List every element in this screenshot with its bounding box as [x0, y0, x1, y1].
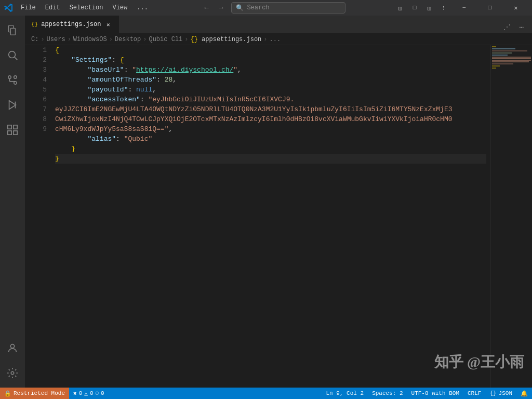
svg-marker-9 [9, 101, 16, 110]
code-line-2: "Settings": { [55, 55, 486, 65]
code-line-6: "accessToken": "eyJhbGciOiJIUzUxMiIsInR5… [55, 95, 486, 134]
code-line-9: } [55, 154, 486, 164]
breadcrumb-windowsos[interactable]: WindowsOS [73, 36, 107, 43]
menu-edit[interactable]: Edit [41, 3, 64, 12]
svg-point-4 [8, 76, 11, 79]
restricted-mode-badge[interactable]: 🔒 Restricted Mode [0, 388, 69, 399]
svg-rect-13 [8, 131, 11, 135]
restricted-mode-label: Restricted Mode [14, 390, 65, 396]
nav-forward-button[interactable]: → [215, 2, 227, 14]
close-button[interactable]: ✕ [504, 0, 528, 16]
tab-bar: {} appsettings.json ✕ ⋰ ⋯ [25, 16, 532, 34]
encoding-item[interactable]: UTF-8 with BOM [407, 388, 463, 399]
tab-label: appsettings.json [41, 21, 101, 28]
menu-more[interactable]: ... [132, 3, 152, 12]
minimize-button[interactable]: − [452, 0, 476, 16]
svg-rect-11 [8, 125, 11, 129]
remote-icon: 🔒 [4, 390, 11, 397]
line-ending-item[interactable]: CRLF [463, 388, 485, 399]
minimap [490, 45, 532, 388]
code-editor[interactable]: 1 2 3 4 5 6 7 8 9 { [25, 45, 532, 388]
activity-icon-search[interactable] [0, 43, 25, 68]
info-icon: ☺ [96, 390, 99, 396]
error-count: 0 [79, 390, 83, 396]
activity-icon-run[interactable] [0, 92, 25, 117]
svg-point-15 [10, 344, 14, 348]
menu-view[interactable]: View [108, 3, 131, 12]
activity-icon-explorer[interactable] [0, 18, 25, 43]
activity-bar-bottom [0, 336, 25, 385]
code-line-1: { [55, 45, 486, 55]
svg-point-2 [9, 51, 16, 58]
title-bar-right: ◫ □ ◫ ⁝ − □ ✕ [394, 0, 528, 16]
menu-selection[interactable]: Selection [65, 3, 108, 12]
split-editor-button[interactable]: ⋰ [501, 21, 513, 33]
nav-back-button[interactable]: ← [200, 2, 212, 14]
bell-icon: 🔔 [521, 390, 528, 397]
position-item[interactable]: Ln 9, Col 2 [322, 388, 368, 399]
line-numbers: 1 2 3 4 5 6 7 8 9 [25, 45, 51, 388]
layout-icon-1[interactable]: ◫ [394, 2, 406, 14]
breadcrumb-more[interactable]: ... [270, 36, 281, 43]
search-icon: 🔍 [236, 4, 244, 12]
status-right: Ln 9, Col 2 Spaces: 2 UTF-8 with BOM CRL… [322, 388, 532, 399]
tab-icon: {} [31, 21, 38, 28]
error-icon: ✖ [73, 390, 77, 397]
tab-actions: ⋰ ⋯ [501, 21, 532, 33]
code-content[interactable]: { "Settings": { "baseUrl": "https://ai.d… [51, 45, 490, 388]
activity-icon-settings[interactable] [0, 361, 25, 385]
tab-close-button[interactable]: ✕ [104, 20, 112, 29]
position-label: Ln 9, Col 2 [326, 390, 364, 396]
layout-icon-2[interactable]: □ [408, 2, 421, 14]
info-count: 0 [101, 390, 104, 396]
title-bar-center: ← → 🔍 Search [200, 2, 345, 14]
errors-warnings-item[interactable]: ✖ 0 △ 0 ☺ 0 [69, 388, 109, 399]
spaces-item[interactable]: Spaces: 2 [368, 388, 407, 399]
warning-icon: △ [84, 390, 88, 397]
layout-icons: ◫ □ ◫ ⁝ [394, 2, 450, 14]
spaces-label: Spaces: 2 [372, 390, 403, 396]
svg-point-6 [14, 76, 17, 79]
encoding-label: UTF-8 with BOM [411, 390, 459, 396]
editor-area: {} appsettings.json ✕ ⋰ ⋯ C: › Users › W… [25, 16, 532, 388]
search-box[interactable]: 🔍 Search [231, 2, 345, 14]
menu-bar: File Edit Selection View ... [17, 3, 152, 12]
activity-icon-accounts[interactable] [0, 336, 25, 361]
breadcrumb-file[interactable]: {} appsettings.json [190, 36, 261, 43]
code-line-3: "baseUrl": "https://ai.diyschool.ch/", [55, 65, 486, 75]
breadcrumb-qubic[interactable]: Qubic Cli [149, 36, 182, 43]
maximize-button[interactable]: □ [478, 0, 502, 16]
svg-line-3 [15, 57, 17, 60]
language-item[interactable]: {} JSON [485, 388, 516, 399]
svg-rect-1 [10, 28, 15, 35]
layout-icon-4[interactable]: ⁝ [437, 2, 450, 14]
title-bar: File Edit Selection View ... ← → 🔍 Searc… [0, 0, 532, 16]
code-line-8: } [55, 144, 486, 154]
nav-buttons: ← → [200, 2, 227, 14]
svg-rect-12 [14, 125, 17, 129]
bell-item[interactable]: 🔔 [516, 388, 532, 399]
line-ending-label: CRLF [468, 390, 481, 396]
status-left: 🔒 Restricted Mode ✖ 0 △ 0 ☺ 0 [0, 388, 109, 399]
svg-point-16 [11, 371, 14, 375]
code-line-4: "amountOfThreads": 28, [55, 75, 486, 85]
svg-rect-14 [14, 131, 17, 135]
vscode-logo-icon [4, 4, 12, 12]
menu-file[interactable]: File [17, 3, 40, 12]
activity-icon-extensions[interactable] [0, 117, 25, 142]
activity-icon-source-control[interactable] [0, 68, 25, 92]
braces-icon: {} [489, 390, 496, 396]
tab-appsettings[interactable]: {} appsettings.json ✕ [25, 16, 119, 33]
search-placeholder: Search [247, 4, 269, 11]
code-line-5: "payoutId": null, [55, 85, 486, 95]
title-bar-left: File Edit Selection View ... [4, 3, 152, 12]
layout-icon-3[interactable]: ◫ [423, 2, 435, 14]
breadcrumb-desktop[interactable]: Desktop [115, 36, 141, 43]
status-bar: 🔒 Restricted Mode ✖ 0 △ 0 ☺ 0 Ln 9, Col … [0, 388, 532, 399]
more-actions-button[interactable]: ⋯ [515, 21, 528, 33]
breadcrumb-c[interactable]: C: [31, 36, 38, 43]
activity-bar [0, 16, 25, 388]
breadcrumb-users[interactable]: Users [47, 36, 65, 43]
warning-count: 0 [90, 390, 94, 396]
main-layout: {} appsettings.json ✕ ⋰ ⋯ C: › Users › W… [0, 16, 532, 388]
